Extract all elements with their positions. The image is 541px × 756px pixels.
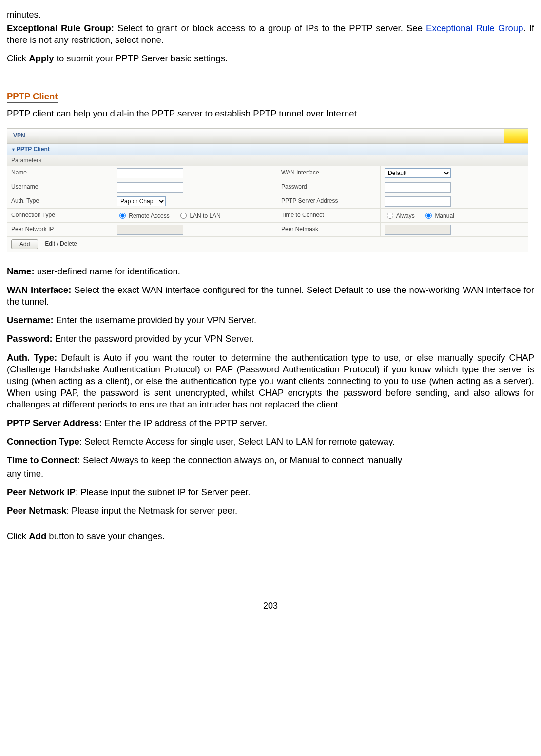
desc-time-to-connect-2: any time. xyxy=(7,468,534,480)
header-decoration xyxy=(504,129,528,143)
form-row: Auth. Type Pap or Chap PPTP Server Addre… xyxy=(7,194,528,209)
peer-network-ip-input[interactable] xyxy=(117,225,183,235)
link-exceptional-rule-group[interactable]: Exceptional Rule Group xyxy=(426,23,523,33)
desc-auth-type: Auth. Type: Default is Auto if you want … xyxy=(7,352,534,410)
pptp-server-address-input[interactable] xyxy=(385,196,451,207)
label-peer-network-ip: Peer Network IP xyxy=(7,223,113,237)
username-input[interactable] xyxy=(117,182,183,193)
panel-header: VPN xyxy=(7,128,528,144)
desc-peer-network-ip: Peer Network IP: Please input the subnet… xyxy=(7,486,534,498)
label-apply: Apply xyxy=(29,53,54,63)
label-connection-type: Connection Type xyxy=(7,209,113,223)
text-click-add: Click Add button to save your changes. xyxy=(7,530,534,542)
label-auth-type: Auth. Type xyxy=(7,194,113,209)
heading-pptp-client: PPTP Client xyxy=(7,91,58,103)
text-apply: Click Apply to submit your PPTP Server b… xyxy=(7,53,534,64)
text-fragment: Click xyxy=(7,53,29,63)
desc-time-to-connect: Time to Connect: Select Always to keep t… xyxy=(7,454,534,466)
label-peer-netmask: Peer Netmask xyxy=(277,223,381,237)
desc-peer-netmask: Peer Netmask: Please input the Netmask f… xyxy=(7,505,534,517)
form-row: Name WAN Interface Default xyxy=(7,166,528,180)
password-input[interactable] xyxy=(385,182,451,193)
label-password: Password xyxy=(277,180,381,194)
add-button[interactable]: Add xyxy=(11,239,38,249)
desc-username: Username: Enter the username provided by… xyxy=(7,314,534,326)
form-row: Peer Network IP Peer Netmask xyxy=(7,223,528,237)
parameters-bar: Parameters xyxy=(7,155,528,166)
name-input[interactable] xyxy=(117,168,183,178)
edit-delete-link[interactable]: Edit / Delete xyxy=(45,240,77,248)
text-fragment: to submit your PPTP Server basic setting… xyxy=(54,53,228,63)
label-name: Name xyxy=(7,166,113,180)
desc-wan: WAN Interface: Select the exact WAN inte… xyxy=(7,284,534,308)
form-row: Connection Type Remote Access LAN to LAN… xyxy=(7,209,528,223)
chevron-down-icon: ▼ xyxy=(11,147,16,152)
peer-netmask-input[interactable] xyxy=(385,225,451,235)
desc-server-address: PPTP Server Address: Enter the IP addres… xyxy=(7,417,534,429)
label-ex-rule-group: Exceptional Rule Group: xyxy=(7,23,114,33)
radio-lan-to-lan[interactable]: LAN to LAN xyxy=(178,213,221,219)
form-row: Username Password xyxy=(7,180,528,194)
desc-name: Name: user-defined name for identificati… xyxy=(7,266,534,277)
section-label: PPTP Client xyxy=(17,146,50,153)
label-time-to-connect: Time to Connect xyxy=(277,209,381,223)
desc-password: Password: Enter the password provided by… xyxy=(7,333,534,345)
label-pptp-server-address: PPTP Server Address xyxy=(277,194,381,209)
text-minutes: minutes. xyxy=(7,9,534,20)
desc-connection-type: Connection Type: Select Remote Access fo… xyxy=(7,436,534,447)
wan-interface-select[interactable]: Default xyxy=(385,168,451,178)
page-number: 203 xyxy=(7,601,534,612)
vpn-config-panel: VPN ▼PPTP Client Parameters Name WAN Int… xyxy=(7,128,534,252)
text-pptp-client-intro: PPTP client can help you dial-in the PPT… xyxy=(7,108,534,119)
radio-manual[interactable]: Manual xyxy=(423,213,454,219)
panel-title: VPN xyxy=(13,132,25,140)
label-username: Username xyxy=(7,180,113,194)
auth-type-select[interactable]: Pap or Chap xyxy=(117,196,166,206)
text-fragment: Select to grant or block access to a gro… xyxy=(114,23,426,33)
label-wan-interface: WAN Interface xyxy=(277,166,381,180)
radio-always[interactable]: Always xyxy=(385,213,415,219)
radio-remote-access[interactable]: Remote Access xyxy=(117,213,170,219)
text-ex-rule-group: Exceptional Rule Group: Select to grant … xyxy=(7,22,534,46)
section-bar-pptp-client[interactable]: ▼PPTP Client xyxy=(7,144,528,155)
